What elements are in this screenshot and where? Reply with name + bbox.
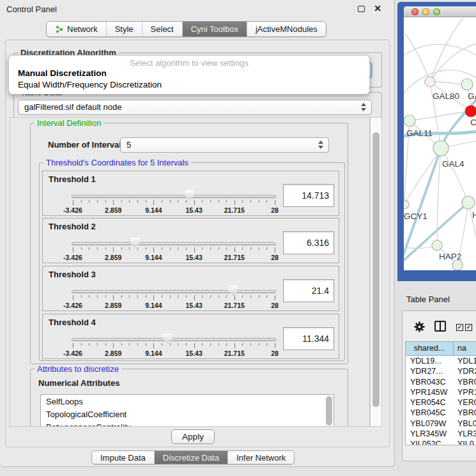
close-traffic-light-icon[interactable] (411, 8, 418, 15)
table-cell: YPR145W (406, 387, 454, 397)
bottom-tab-discretize-data[interactable]: Discretize Data (154, 451, 227, 464)
algorithm-option-equal-width[interactable]: Equal Width/Frequency Discretization (9, 79, 369, 91)
attribute-item[interactable]: TopologicalCoefficient (41, 409, 334, 420)
table-header-row: shared... na (406, 342, 476, 356)
gear-icon[interactable] (413, 321, 426, 333)
table-data-group: Table Data galFiltered.sif default node (13, 92, 382, 118)
slider-thumb[interactable] (163, 334, 173, 344)
tick-mark (97, 200, 98, 203)
close-icon[interactable]: ✕ (374, 3, 381, 13)
threshold-value-field[interactable]: 21.4 (283, 279, 334, 302)
network-canvas[interactable]: GAL80GACGAL11GAL4GCY1HHAP2 (404, 17, 476, 270)
table-row[interactable]: YER054CYER0 (406, 397, 476, 408)
bottom-tab-infer-network[interactable]: Infer Network (227, 451, 294, 464)
attribute-item[interactable]: BetweennessCentrality (41, 422, 334, 427)
tick-mark (170, 200, 171, 203)
table-row[interactable]: YLR345WYLR3 (406, 429, 476, 439)
table-data-combobox[interactable]: galFiltered.sif default node (18, 100, 372, 115)
table-cell: YBR045C (406, 408, 454, 418)
slider-track[interactable] (72, 195, 276, 198)
tick-mark (210, 200, 211, 203)
tick-mark (186, 343, 187, 346)
slider-scale: -3.4262.8599.14415.4321.71528 (73, 349, 275, 358)
network-node[interactable] (433, 141, 449, 156)
node-table[interactable]: shared... na YDL19...YDL1YDR27...YDR2YBR… (405, 341, 476, 445)
numerical-attributes-list[interactable]: SelfLoopsTopologicalCoefficientBetweenne… (40, 394, 334, 427)
network-node[interactable] (404, 200, 409, 209)
slider-track[interactable] (72, 338, 276, 341)
network-node[interactable] (462, 196, 475, 209)
checkbox-icon[interactable]: ✓ (456, 324, 463, 331)
tab-label: jActiveMNodules (256, 24, 318, 34)
slider-track[interactable] (72, 242, 276, 245)
minimize-traffic-light-icon[interactable] (422, 8, 429, 15)
slider-thumb[interactable] (228, 286, 238, 296)
number-of-intervals-combobox[interactable]: 5 (120, 137, 329, 153)
scale-label: 15.43 (185, 302, 202, 309)
threshold-slider[interactable]: -3.4262.8599.14415.4321.71528 (72, 236, 276, 263)
network-node[interactable] (404, 115, 415, 127)
table-row[interactable]: YPR145WYPR1 (406, 387, 476, 397)
threshold-slider[interactable]: -3.4262.8599.14415.4321.71528 (72, 284, 276, 311)
threshold-slider[interactable]: -3.4262.8599.14415.4321.71528 (72, 189, 276, 216)
network-node[interactable] (465, 105, 476, 117)
table-row[interactable]: YBL079WYBL0 (406, 418, 476, 429)
slider-track[interactable] (72, 290, 276, 293)
tab-jactivemnodules[interactable]: jActiveMNodules (247, 22, 326, 36)
tick-mark (129, 343, 130, 346)
table-cell: YBR0 (454, 408, 476, 418)
table-row[interactable]: YBR045CYBR0 (406, 408, 476, 418)
slider-thumb[interactable] (130, 238, 140, 248)
threshold-value-field[interactable]: 14.713 (283, 184, 334, 207)
bottom-tab-impute-data[interactable]: Impute Data (92, 451, 154, 464)
tab-network[interactable]: Network (47, 22, 106, 36)
threshold-slider[interactable]: -3.4262.8599.14415.4321.71528 (72, 332, 276, 359)
float-window-icon[interactable] (358, 6, 365, 12)
panel-scrollbar-thumb[interactable] (372, 132, 380, 407)
network-node[interactable] (452, 260, 463, 270)
network-window-titlebar[interactable] (404, 6, 476, 17)
table-row[interactable]: YDR27...YDR2 (406, 366, 476, 376)
tab-label: Cyni Toolbox (191, 24, 238, 34)
threshold-value-field[interactable]: 6.316 (283, 231, 334, 254)
list-scrollbar[interactable] (326, 396, 332, 426)
tick-mark (81, 247, 82, 250)
table-row[interactable]: YIL052CYIL0 (406, 439, 476, 445)
tick-mark (259, 343, 259, 346)
column-header-shared-name[interactable]: shared... (406, 342, 454, 355)
tick-mark (266, 295, 267, 298)
scale-label: 9.144 (145, 349, 162, 357)
panel-scrollbar-track[interactable] (370, 117, 382, 427)
checkbox-icon[interactable]: ✓ (465, 324, 472, 331)
zoom-traffic-light-icon[interactable] (433, 8, 440, 15)
tick-mark (137, 200, 138, 203)
tab-select[interactable]: Select (142, 22, 182, 36)
tick-mark (250, 343, 251, 346)
table-row[interactable]: YDL19...YDL1 (406, 356, 476, 366)
network-node[interactable] (432, 240, 442, 250)
tick-mark (170, 247, 171, 250)
column-header-name[interactable]: na (454, 342, 476, 355)
tab-cyni-toolbox[interactable]: Cyni Toolbox (182, 22, 247, 36)
table-row[interactable]: YBR043CYBR0 (406, 377, 476, 387)
scale-label: 28 (271, 349, 279, 357)
tick-mark (226, 200, 227, 203)
apply-button[interactable]: Apply (171, 429, 215, 444)
scale-label: 15.43 (185, 206, 202, 214)
tick-mark (162, 200, 162, 203)
tick-mark (259, 200, 259, 203)
network-node[interactable] (425, 77, 435, 87)
columns-icon[interactable] (434, 321, 446, 332)
algorithm-option-manual[interactable]: Manual Discretization (9, 68, 369, 79)
tick-mark (89, 343, 89, 346)
attribute-item[interactable]: SelfLoops (41, 396, 334, 408)
threshold-row: Threshold 4 -3.4262.8599.14415.4321.7152… (42, 314, 339, 359)
threshold-value-field[interactable]: 11.344 (283, 327, 334, 350)
network-node[interactable] (461, 79, 473, 90)
table-cell: YBL0 (454, 418, 476, 429)
network-edge (435, 82, 461, 84)
slider-thumb[interactable] (185, 190, 194, 201)
tick-mark (121, 200, 122, 203)
tab-style[interactable]: Style (106, 22, 142, 36)
scale-label: 15.43 (185, 349, 202, 357)
